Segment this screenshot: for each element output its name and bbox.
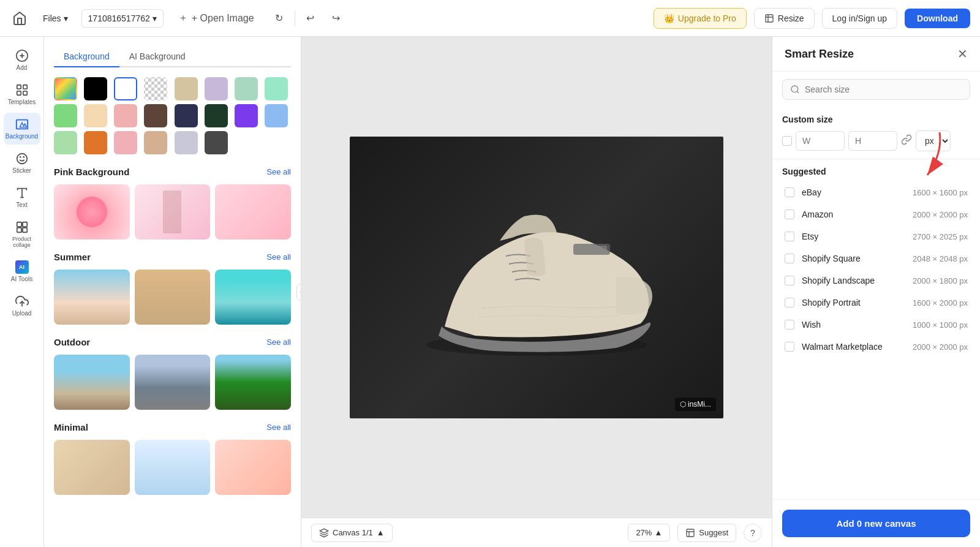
color-swatch-lightblue[interactable] [265,104,288,127]
custom-size-checkbox[interactable] [782,136,792,146]
pink-thumb-1[interactable] [54,184,130,240]
color-swatch-black[interactable] [84,77,107,100]
pink-thumb-3[interactable] [215,184,291,240]
suggested-item-amazon[interactable]: Amazon 2000 × 2000 px [782,203,970,225]
resize-button[interactable]: Resize [754,8,815,29]
suggest-button[interactable]: Suggest [677,524,736,542]
search-size-input[interactable] [805,85,962,94]
color-swatch-pink[interactable] [114,104,137,127]
minimal-thumb-2[interactable] [135,440,211,495]
height-input[interactable] [848,131,897,151]
suggested-item-shopify-portrait[interactable]: Shopify Portrait 1600 × 2000 px [782,292,970,314]
filename-display[interactable]: 1710816517762 ▾ [81,9,164,28]
sidebar-item-text[interactable]: Text [4,181,40,213]
help-button[interactable]: ? [744,524,762,542]
undo-button[interactable]: ↩ [300,8,321,29]
zoom-display[interactable]: 27% ▲ [628,524,670,541]
color-swatch-brown[interactable] [144,104,167,127]
svg-rect-6 [17,91,20,95]
minimal-see-all-button[interactable]: See all [266,423,291,432]
color-swatch-sand[interactable] [144,131,167,154]
color-swatch-green[interactable] [54,104,77,127]
login-button[interactable]: Log in/Sign up [822,8,898,29]
suggested-item-wish[interactable]: Wish 1000 × 1000 px [782,314,970,336]
color-swatch-darkgreen[interactable] [205,104,228,127]
shopify-landscape-checkbox[interactable] [785,276,794,285]
shopify-portrait-checkbox[interactable] [785,298,794,307]
outdoor-thumb-3[interactable] [215,355,291,410]
amazon-checkbox[interactable] [785,209,794,219]
sidebar-item-background[interactable]: Background [4,113,40,145]
pink-see-all-button[interactable]: See all [266,167,291,176]
suggest-icon [685,528,695,538]
color-swatch-mint[interactable] [235,77,258,100]
outdoor-thumb-1[interactable] [54,355,130,410]
minimal-thumb-1[interactable] [54,440,130,495]
unit-select[interactable]: px [916,130,951,151]
summer-thumb-3[interactable] [215,270,291,325]
suggested-item-shopify-square[interactable]: Shopify Square 2048 × 2048 px [782,247,970,270]
suggested-item-etsy[interactable]: Etsy 2700 × 2025 px [782,225,970,247]
summer-see-all-button[interactable]: See all [266,252,291,262]
sidebar-item-upload[interactable]: Upload [4,290,40,322]
panel-collapse-handle[interactable]: ‹ [296,284,301,301]
link-dimensions-button[interactable] [901,134,912,148]
tab-ai-background[interactable]: AI Background [119,47,195,67]
color-swatch-lightgreen[interactable] [54,131,77,154]
minimal-thumb-3[interactable] [215,440,291,495]
download-button[interactable]: Download [905,9,970,28]
sidebar-item-ai-tools[interactable]: AI AI Tools [4,255,40,287]
color-swatch-charcoal[interactable] [205,131,228,154]
color-swatch-lightpink[interactable] [114,131,137,154]
sidebar-item-product-collage[interactable]: Product collage [4,216,40,253]
home-button[interactable] [10,9,29,28]
color-swatch-tan[interactable] [175,77,198,100]
suggest-label: Suggest [699,528,728,537]
sync-icon-button[interactable]: ↻ [269,8,290,29]
summer-thumb-1[interactable] [54,270,130,325]
wish-checkbox[interactable] [785,320,794,330]
files-button[interactable]: Files ▾ [37,10,74,27]
pink-section-header: Pink Background See all [54,167,291,177]
color-swatch-seafoam[interactable] [265,77,288,100]
svg-rect-12 [22,222,26,227]
sidebar-item-sticker[interactable]: Sticker [4,147,40,179]
color-swatch-peach[interactable] [84,104,107,127]
suggested-item-shopify-landscape[interactable]: Shopify Landscape 2000 × 1800 px [782,270,970,292]
outdoor-see-all-button[interactable]: See all [266,338,291,347]
search-size-input-container[interactable] [782,79,970,100]
outdoor-thumb-2[interactable] [135,355,211,410]
open-image-button[interactable]: ＋ + Open Image [171,8,262,29]
color-swatch-lavender[interactable] [205,77,228,100]
sidebar-item-templates[interactable]: Templates [4,78,40,110]
color-swatch-white[interactable] [114,77,137,100]
color-swatch-purple[interactable] [235,104,258,127]
redo-button[interactable]: ↪ [326,8,347,29]
tab-background[interactable]: Background [54,47,119,67]
color-swatch-transparent[interactable] [144,77,167,100]
canvas-content[interactable]: ⬡ insMi... [301,37,772,518]
suggested-item-walmart[interactable]: Walmart Marketplace 2000 × 2000 px [782,336,970,358]
minimal-section-title: Minimal [54,422,88,432]
topbar: Files ▾ 1710816517762 ▾ ＋ + Open Image ↻… [0,0,980,37]
svg-rect-7 [23,91,26,95]
add-canvas-button[interactable]: Add 0 new canvas [782,510,970,537]
color-swatch-orange[interactable] [84,131,107,154]
left-panel: Background AI Background [44,37,301,547]
width-input[interactable] [796,131,845,151]
ebay-checkbox[interactable] [785,187,794,197]
suggested-item-ebay[interactable]: eBay 1600 × 1600 px [782,181,970,203]
summer-thumb-2[interactable] [135,270,211,325]
walmart-checkbox[interactable] [785,342,794,352]
etsy-checkbox[interactable] [785,232,794,241]
sidebar-item-add[interactable]: Add [4,44,40,76]
color-swatch-rainbow[interactable] [54,77,77,100]
smart-resize-close-button[interactable]: ✕ [957,47,968,61]
pink-thumb-2[interactable] [135,184,211,240]
layers-button[interactable]: Canvas 1/1 ▲ [311,524,393,542]
upgrade-button[interactable]: 👑 Upgrade to Pro [654,8,747,29]
color-swatch-navy[interactable] [175,104,198,127]
minimal-image-grid [54,440,291,495]
color-swatch-silver[interactable] [175,131,198,154]
shopify-square-checkbox[interactable] [785,254,794,263]
